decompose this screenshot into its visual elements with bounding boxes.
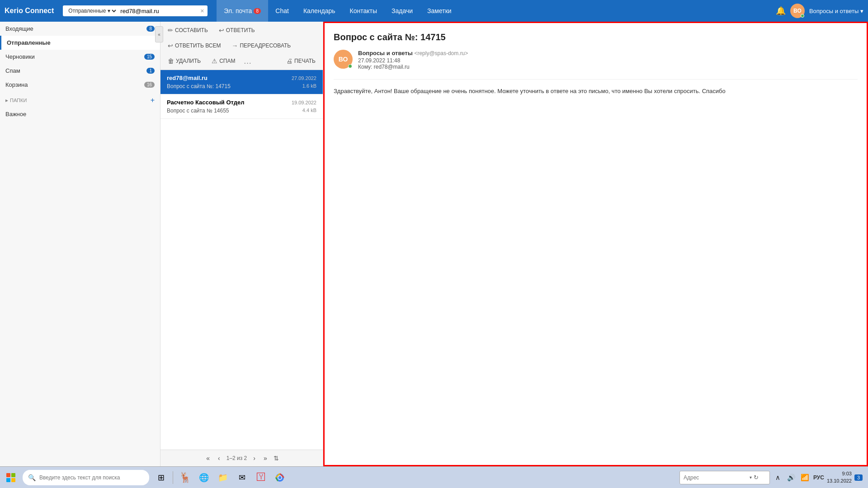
- drafts-badge: 15: [144, 54, 155, 60]
- compose-icon: ✏: [168, 27, 173, 34]
- user-menu-button[interactable]: Вопросы и ответы ▾: [809, 8, 863, 14]
- sidebar-item-important[interactable]: Важное: [0, 107, 160, 121]
- more-actions-button[interactable]: …: [243, 56, 251, 66]
- search-input[interactable]: [120, 8, 198, 14]
- email-from: red78@mail.ru: [167, 75, 208, 81]
- user-avatar[interactable]: ВО: [790, 4, 805, 18]
- inbox-label: Входящие: [5, 25, 33, 32]
- email-item[interactable]: red78@mail.ru 27.09.2022 Вопрос с сайта …: [160, 70, 323, 94]
- spam-label: Спам: [5, 67, 20, 74]
- email-list-footer: « ‹ 1–2 из 2 › » ⇅: [160, 450, 323, 466]
- delete-icon: 🗑: [168, 57, 174, 65]
- taskbar: 🔍 ⊞ 🦌 🌐 📁 ✉ 🅈 ▾ ↻ ∧ 🔊 📶 РУС: [0, 466, 868, 488]
- taskbar-right: ▾ ↻ ∧ 🔊 📶 РУС 9:03 13.10.2022 3: [679, 470, 866, 484]
- nav-calendar[interactable]: Календарь: [296, 0, 343, 22]
- chrome-browser-icon[interactable]: [271, 469, 289, 486]
- email-from: Расчетно Кассовый Отдел: [167, 99, 244, 106]
- sidebar-item-drafts[interactable]: Черновики 15: [0, 50, 160, 64]
- speaker-icon[interactable]: 🔊: [786, 472, 797, 483]
- email-size: 4.4 kB: [302, 108, 316, 113]
- reply-all-icon: ↩: [168, 42, 173, 49]
- dropdown-arrow-icon[interactable]: ▾: [750, 475, 752, 480]
- trash-label: Корзина: [5, 81, 28, 88]
- compose-button[interactable]: ✏ СОСТАВИТЬ: [165, 25, 211, 35]
- refresh-icon[interactable]: ↻: [754, 474, 759, 481]
- inbox-badge: 8: [146, 26, 155, 32]
- email-list-panel: ✏ СОСТАВИТЬ ↩ ОТВЕТИТЬ ↩ ОТВЕТИТЬ ВСЕМ →…: [160, 22, 323, 466]
- email-date: 19.09.2022: [292, 100, 316, 105]
- first-page-button[interactable]: «: [204, 454, 212, 463]
- search-clear-button[interactable]: ×: [200, 7, 204, 14]
- reply-button[interactable]: ↩ ОТВЕТИТЬ: [216, 25, 258, 35]
- email-detail-title: Вопрос с сайта №: 14715: [334, 32, 858, 42]
- email-subject: Вопрос с сайта №: 14715: [167, 83, 231, 89]
- address-input[interactable]: [684, 474, 747, 481]
- email-date: 27.09.2022: [292, 75, 316, 81]
- sender-online-dot: [348, 64, 352, 68]
- sort-button[interactable]: ⇅: [274, 455, 279, 462]
- nav-email[interactable]: Эл. почта 8: [217, 0, 268, 22]
- reply-icon: ↩: [219, 27, 224, 34]
- drafts-label: Черновики: [5, 53, 35, 60]
- nav-chat[interactable]: Chat: [268, 0, 296, 22]
- spam-button[interactable]: ⚠ СПАМ: [209, 56, 238, 66]
- task-view-button[interactable]: ⊞: [152, 469, 170, 486]
- search-bar[interactable]: Отправленные ▾ ×: [63, 5, 208, 16]
- email-list: red78@mail.ru 27.09.2022 Вопрос с сайта …: [160, 70, 323, 450]
- yandex-browser-icon[interactable]: 🅈: [252, 469, 270, 486]
- file-explorer-icon[interactable]: 📁: [214, 469, 232, 486]
- next-page-button[interactable]: ›: [251, 454, 257, 463]
- system-clock: 9:03 13.10.2022: [827, 470, 852, 484]
- notification-count-badge[interactable]: 3: [854, 474, 863, 481]
- email-sent-date: 27.09.2022 11:48: [358, 57, 858, 64]
- trash-badge: 16: [144, 82, 155, 88]
- folders-section-header[interactable]: ▸ ПАПКИ +: [0, 92, 160, 107]
- delete-button[interactable]: 🗑 УДАЛИТЬ: [165, 56, 203, 66]
- notifications-bell[interactable]: 🔔: [776, 6, 786, 16]
- online-indicator: [801, 14, 804, 18]
- windows-logo-icon: [6, 473, 15, 482]
- mail-icon[interactable]: ✉: [233, 469, 251, 486]
- sidebar-item-sent[interactable]: Отправленные: [0, 36, 160, 50]
- svg-point-2: [278, 476, 282, 479]
- email-toolbar: ✏ СОСТАВИТЬ ↩ ОТВЕТИТЬ ↩ ОТВЕТИТЬ ВСЕМ →…: [160, 22, 323, 70]
- search-folder-select[interactable]: Отправленные ▾: [66, 7, 118, 14]
- spam-icon: ⚠: [212, 57, 217, 65]
- start-button[interactable]: [2, 469, 20, 486]
- sender-email: <reply@spas-dom.ru>: [414, 50, 468, 56]
- email-item[interactable]: Расчетно Кассовый Отдел 19.09.2022 Вопро…: [160, 94, 323, 119]
- windows-search-input[interactable]: [39, 474, 130, 481]
- network-icon[interactable]: 📶: [800, 472, 811, 483]
- moose-app-icon[interactable]: 🦌: [176, 469, 194, 486]
- sender-avatar: ВО: [334, 50, 353, 69]
- sidebar-item-inbox[interactable]: Входящие 8: [0, 22, 160, 36]
- taskbar-divider-1: [173, 471, 173, 484]
- edge-browser-icon[interactable]: 🌐: [195, 469, 213, 486]
- language-indicator[interactable]: РУС: [813, 474, 824, 481]
- print-icon: 🖨: [286, 57, 292, 65]
- sidebar-item-trash[interactable]: Корзина 16: [0, 78, 160, 92]
- nav-contacts[interactable]: Контакты: [343, 0, 384, 22]
- email-subject: Вопрос с сайта № 14655: [167, 108, 229, 114]
- email-detail-panel: Вопрос с сайта №: 14715 ВО Вопросы и отв…: [323, 22, 868, 466]
- email-to: Кому: red78@mail.ru: [358, 64, 858, 70]
- forward-button[interactable]: → ПЕРЕАДРЕСОВАТЬ: [229, 41, 293, 51]
- add-folder-button[interactable]: +: [151, 96, 155, 104]
- sidebar-collapse-button[interactable]: «: [155, 26, 163, 42]
- search-icon: 🔍: [28, 474, 36, 481]
- sidebar-item-spam[interactable]: Спам 1: [0, 64, 160, 78]
- nav-notes[interactable]: Заметки: [420, 0, 459, 22]
- app-logo: Kerio Connect: [5, 7, 54, 15]
- chevron-up-icon[interactable]: ∧: [773, 472, 783, 483]
- address-bar[interactable]: ▾ ↻: [679, 471, 770, 484]
- main-navigation: Эл. почта 8 Chat Календарь Контакты Зада…: [217, 0, 776, 22]
- prev-page-button[interactable]: ‹: [216, 454, 222, 463]
- nav-tasks[interactable]: Задачи: [384, 0, 420, 22]
- sidebar: Входящие 8 Отправленные Черновики 15 Спа…: [0, 22, 160, 466]
- windows-search-bar[interactable]: 🔍: [23, 470, 149, 485]
- forward-icon: →: [231, 42, 238, 49]
- last-page-button[interactable]: »: [262, 454, 269, 463]
- reply-all-button[interactable]: ↩ ОТВЕТИТЬ ВСЕМ: [165, 41, 223, 51]
- sender-name: Вопросы и ответы: [358, 50, 413, 56]
- print-button[interactable]: 🖨 ПЕЧАТЬ: [283, 56, 318, 66]
